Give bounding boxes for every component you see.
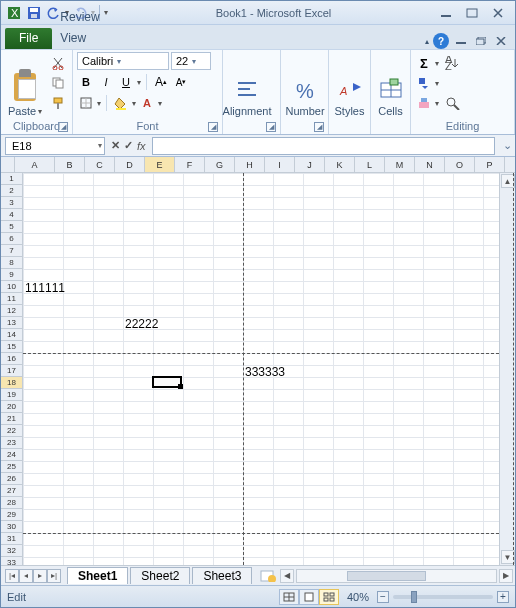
formula-bar-expand-icon[interactable]: ⌄: [499, 139, 515, 152]
cancel-icon[interactable]: ✕: [111, 139, 120, 152]
page-layout-view-button[interactable]: [299, 589, 319, 605]
row-header[interactable]: 30: [1, 521, 22, 533]
tab-data[interactable]: Data: [52, 0, 135, 7]
clear-button[interactable]: [415, 94, 433, 112]
row-header[interactable]: 32: [1, 545, 22, 557]
column-header[interactable]: H: [235, 157, 265, 172]
row-header[interactable]: 19: [1, 389, 22, 401]
font-size-combo[interactable]: 22▾: [171, 52, 211, 70]
workbook-restore-icon[interactable]: [473, 33, 489, 49]
page-break-view-button[interactable]: [319, 589, 339, 605]
tab-scroll-last-icon[interactable]: ▸|: [47, 569, 61, 583]
row-header[interactable]: 27: [1, 485, 22, 497]
bold-button[interactable]: B: [77, 73, 95, 91]
sheet-tab[interactable]: Sheet1: [67, 567, 128, 584]
zoom-in-button[interactable]: +: [497, 591, 509, 603]
tab-scroll-prev-icon[interactable]: ◂: [19, 569, 33, 583]
page-break-horizontal[interactable]: [23, 353, 499, 354]
formula-input[interactable]: [152, 137, 495, 155]
copy-button[interactable]: [49, 74, 67, 92]
save-icon[interactable]: [25, 4, 43, 22]
row-header[interactable]: 18: [1, 377, 22, 389]
borders-button[interactable]: [77, 94, 95, 112]
row-header[interactable]: 12: [1, 305, 22, 317]
row-header[interactable]: 15: [1, 341, 22, 353]
page-break-vertical[interactable]: [243, 173, 244, 565]
select-all-corner[interactable]: [1, 157, 15, 172]
cells-button[interactable]: Cells: [375, 52, 406, 118]
font-color-button[interactable]: A: [138, 94, 156, 112]
borders-dropdown-icon[interactable]: ▾: [97, 99, 101, 108]
row-header[interactable]: 1: [1, 173, 22, 185]
column-header[interactable]: P: [475, 157, 505, 172]
paste-button[interactable]: Paste▾: [5, 52, 45, 118]
column-header[interactable]: I: [265, 157, 295, 172]
enter-icon[interactable]: ✓: [124, 139, 133, 152]
fx-icon[interactable]: fx: [137, 140, 146, 152]
row-header[interactable]: 10: [1, 281, 22, 293]
page-break-horizontal[interactable]: [23, 533, 499, 534]
row-header[interactable]: 14: [1, 329, 22, 341]
row-header[interactable]: 17: [1, 365, 22, 377]
sheet-tab[interactable]: Sheet3: [192, 567, 252, 584]
row-header[interactable]: 23: [1, 437, 22, 449]
column-header[interactable]: L: [355, 157, 385, 172]
find-select-button[interactable]: [443, 94, 465, 112]
clear-dropdown-icon[interactable]: ▾: [435, 99, 439, 108]
autosum-dropdown-icon[interactable]: ▾: [435, 59, 439, 68]
styles-button[interactable]: A Styles: [333, 52, 366, 118]
page-break-vertical[interactable]: [513, 173, 514, 565]
underline-button[interactable]: U: [117, 73, 135, 91]
row-header[interactable]: 24: [1, 449, 22, 461]
row-header[interactable]: 16: [1, 353, 22, 365]
italic-button[interactable]: I: [97, 73, 115, 91]
format-painter-button[interactable]: [49, 94, 67, 112]
row-header[interactable]: 8: [1, 257, 22, 269]
column-header[interactable]: A: [15, 157, 55, 172]
minimize-button[interactable]: [435, 5, 457, 21]
alignment-button[interactable]: Alignment: [227, 52, 267, 118]
sheet-tab[interactable]: Sheet2: [130, 567, 190, 584]
restore-button[interactable]: [461, 5, 483, 21]
zoom-percentage[interactable]: 40%: [347, 591, 369, 603]
column-header[interactable]: D: [115, 157, 145, 172]
column-header[interactable]: M: [385, 157, 415, 172]
workbook-close-icon[interactable]: [493, 33, 509, 49]
dialog-launcher-icon[interactable]: ◢: [208, 122, 218, 132]
column-header[interactable]: F: [175, 157, 205, 172]
row-header[interactable]: 4: [1, 209, 22, 221]
row-header[interactable]: 28: [1, 497, 22, 509]
column-header[interactable]: E: [145, 157, 175, 172]
column-header[interactable]: N: [415, 157, 445, 172]
sort-filter-button[interactable]: AZ: [443, 54, 465, 72]
font-color-dropdown-icon[interactable]: ▾: [158, 99, 162, 108]
column-header[interactable]: B: [55, 157, 85, 172]
column-header[interactable]: J: [295, 157, 325, 172]
close-button[interactable]: [487, 5, 509, 21]
scroll-right-icon[interactable]: ▶: [499, 569, 513, 583]
dialog-launcher-icon[interactable]: ◢: [266, 122, 276, 132]
tab-view[interactable]: View: [52, 28, 135, 49]
row-header[interactable]: 29: [1, 509, 22, 521]
row-header[interactable]: 2: [1, 185, 22, 197]
column-header[interactable]: G: [205, 157, 235, 172]
column-header[interactable]: O: [445, 157, 475, 172]
scroll-left-icon[interactable]: ◀: [280, 569, 294, 583]
row-header[interactable]: 33: [1, 557, 22, 565]
active-cell[interactable]: [152, 376, 182, 388]
horizontal-scrollbar[interactable]: ◀ ▶: [278, 568, 515, 584]
row-header[interactable]: 31: [1, 533, 22, 545]
tab-scroll-next-icon[interactable]: ▸: [33, 569, 47, 583]
zoom-track[interactable]: [393, 595, 493, 599]
column-header[interactable]: K: [325, 157, 355, 172]
fill-color-button[interactable]: [112, 94, 130, 112]
ribbon-minimize-icon[interactable]: ▴: [425, 37, 429, 46]
row-header[interactable]: 9: [1, 269, 22, 281]
column-header[interactable]: C: [85, 157, 115, 172]
row-header[interactable]: 20: [1, 401, 22, 413]
grow-font-button[interactable]: A▴: [152, 73, 170, 91]
underline-dropdown-icon[interactable]: ▾: [137, 78, 141, 87]
fill-color-dropdown-icon[interactable]: ▾: [132, 99, 136, 108]
file-tab[interactable]: File: [5, 28, 52, 49]
name-box[interactable]: E18▾: [5, 137, 105, 155]
